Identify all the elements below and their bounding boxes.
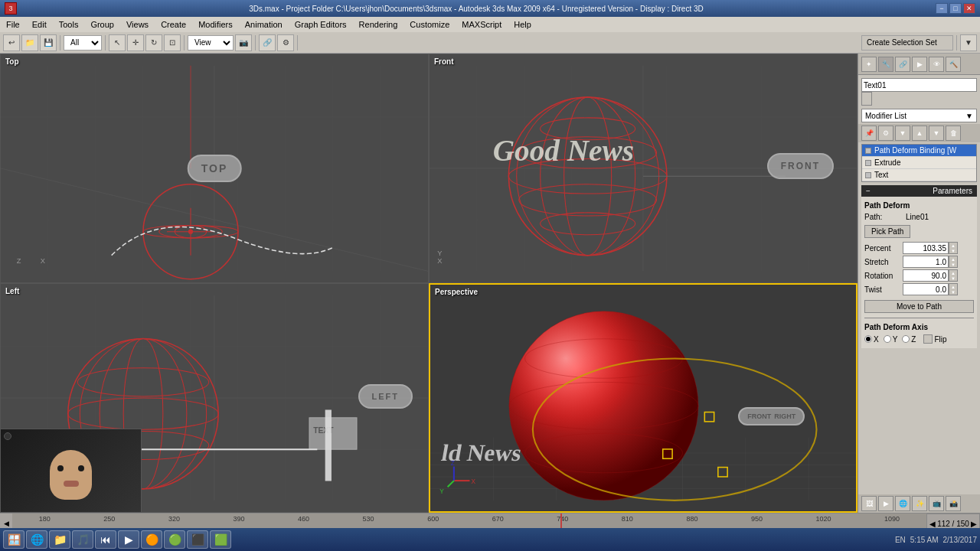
viewport-perspective[interactable]: Perspective FRONTRIGHT [429,283,858,513]
percent-spinner[interactable]: ▲ ▼ [949,242,958,254]
taskbar-file-manager[interactable]: 📁 [49,530,70,549]
percent-input[interactable] [903,242,949,254]
menu-views[interactable]: Views [123,18,152,31]
show-end-icon[interactable]: ▼ [895,126,910,141]
env-icon[interactable]: 🌐 [895,496,910,511]
menu-help[interactable]: Help [511,18,534,31]
menu-modifiers[interactable]: Modifiers [195,18,236,31]
modifier-extrude[interactable]: Extrude [862,157,976,169]
taskbar-app3[interactable]: ⬛ [187,530,208,549]
modifier-list-dropdown[interactable]: Modifier List ▼ [861,109,977,122]
down-icon[interactable]: ▼ [929,126,944,141]
stretch-label: Stretch [864,258,903,266]
taskbar-play[interactable]: ▶ [118,530,139,549]
axis-y-radio[interactable] [884,335,891,343]
open-button[interactable]: 📁 [21,34,38,51]
new-button[interactable]: ↩ [3,34,20,51]
minimize-button[interactable]: − [936,3,948,14]
link-button[interactable]: 🔗 [259,34,276,51]
menu-animation[interactable]: Animation [242,18,286,31]
axis-x-radio[interactable] [864,335,872,343]
viewport-front[interactable]: Front FRONT [429,54,858,283]
menu-tools[interactable]: Tools [56,18,82,31]
bind-button[interactable]: ⚙ [277,34,294,51]
scale-tool[interactable]: ⊡ [164,34,181,51]
delete-mod-icon[interactable]: 🗑 [946,126,961,141]
twist-spinner[interactable]: ▲ ▼ [949,283,958,295]
svg-text:Z: Z [451,460,455,467]
rotation-input[interactable] [903,269,949,282]
twist-spin-down[interactable]: ▼ [949,289,957,295]
effects-icon[interactable]: ✨ [912,496,927,511]
viewport-top[interactable]: Top TOP [0,54,429,283]
taskbar-ie[interactable]: 🌐 [26,530,47,549]
rotate-tool[interactable]: ↻ [145,34,162,51]
prev-frame-btn[interactable]: ◀ [929,520,936,528]
render-frame-icon[interactable]: 🖼 [861,496,877,511]
selection-set-input[interactable]: Create Selection Set [861,35,953,51]
render-icon[interactable]: ▶ [878,496,893,511]
menu-edit[interactable]: Edit [29,18,50,31]
grab-icon[interactable]: 📸 [946,496,961,511]
color-swatch[interactable] [861,92,872,106]
taskbar-app2[interactable]: 🟢 [164,530,185,549]
rotation-spin-up[interactable]: ▲ [949,270,957,276]
utility-icon[interactable]: 🔨 [946,57,961,72]
configure-icon[interactable]: ⚙ [878,126,893,141]
svg-text:Y: Y [437,249,442,257]
taskbar-prev[interactable]: ⏮ [95,530,116,549]
filter-dropdown[interactable]: All [64,35,102,51]
display-icon[interactable]: 👁 [929,57,944,72]
view-dropdown[interactable]: View [188,35,234,51]
menu-maxscript[interactable]: MAXScript [459,18,505,31]
select-tool[interactable]: ↖ [109,34,126,51]
webcam-eye-left [57,465,64,471]
named-sets-button[interactable]: ▼ [960,34,977,51]
menu-file[interactable]: File [3,18,23,31]
motion-icon[interactable]: ▶ [912,57,927,72]
taskbar-app1[interactable]: 🟠 [141,530,162,549]
pin-icon[interactable]: 📌 [861,126,877,141]
percent-spin-down[interactable]: ▼ [949,248,957,253]
timeline-labels: 180 250 320 390 460 530 600 670 740 810 … [12,515,926,523]
rotation-spin-down[interactable]: ▼ [949,276,957,281]
move-tool[interactable]: ✛ [127,34,144,51]
taskbar-media[interactable]: 🎵 [72,530,93,549]
menu-group[interactable]: Group [87,18,117,31]
modifier-text[interactable]: Text [862,169,976,181]
flip-checkbox[interactable] [923,334,933,344]
axis-z-radio[interactable] [902,335,910,343]
svg-point-35 [564,97,612,256]
twist-input[interactable] [903,283,949,295]
create-icon[interactable]: ✦ [861,57,877,72]
twist-spin-up[interactable]: ▲ [949,284,957,289]
hierarchy-icon[interactable]: 🔗 [895,57,910,72]
render-to-icon[interactable]: 📺 [929,496,944,511]
menu-rendering[interactable]: Rendering [356,18,401,31]
percent-spin-up[interactable]: ▲ [949,243,957,248]
rotation-spinner[interactable]: ▲ ▼ [949,269,958,282]
next-frame-btn[interactable]: ▶ [971,520,977,528]
taskbar-app4[interactable]: 🟩 [210,530,231,549]
close-button[interactable]: ✕ [963,3,975,14]
stretch-spin-down[interactable]: ▼ [949,262,957,267]
menu-create[interactable]: Create [158,18,189,31]
viewport-perspective-label: Perspective [435,288,478,296]
stretch-input[interactable] [903,256,949,268]
maximize-button[interactable]: □ [949,3,962,14]
stretch-spin-up[interactable]: ▲ [949,256,957,262]
pick-path-button[interactable]: Pick Path [864,225,910,238]
modify-icon[interactable]: 🔧 [878,57,893,72]
move-to-path-button[interactable]: Move to Path [864,300,974,313]
svg-text:X: X [41,257,45,265]
up-icon[interactable]: ▲ [912,126,927,141]
camera-button[interactable]: 📷 [235,34,252,51]
stretch-spinner[interactable]: ▲ ▼ [949,256,958,268]
save-button[interactable]: 💾 [40,34,57,51]
menu-customize[interactable]: Customize [407,18,452,31]
modifier-list-arrow: ▼ [965,112,973,120]
modifier-path-deform[interactable]: Path Deform Binding [W [862,145,976,157]
menu-graph-editors[interactable]: Graph Editors [292,18,350,31]
start-button[interactable]: 🪟 [3,530,24,549]
object-name-input[interactable]: Text01 [861,78,977,92]
